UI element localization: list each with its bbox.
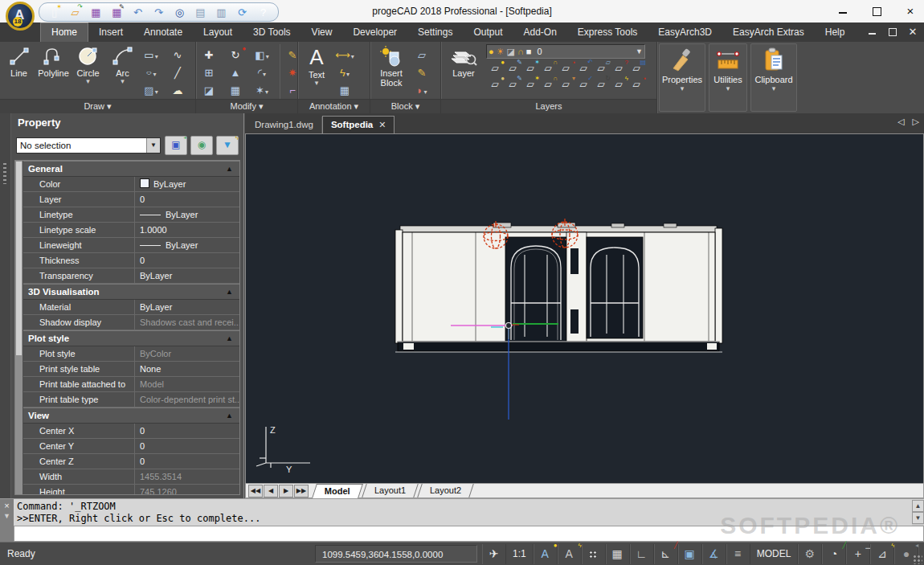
coordinates-display[interactable]: 1099.5459,3604.1558,0.0000 <box>315 545 477 563</box>
draw-tool-icon[interactable]: ☁▾ <box>168 83 187 99</box>
panel-label-block[interactable]: Block ▾ <box>370 99 440 113</box>
ribbon-tab[interactable]: 3D Tools <box>243 23 301 42</box>
status-toggle[interactable]: A ϟ <box>558 544 582 564</box>
property-tool-button[interactable]: ▣ + <box>165 136 187 155</box>
collapse-icon[interactable]: ▲ <box>226 285 233 299</box>
status-toggle[interactable]: ▦ <box>606 544 630 564</box>
modify-tool-icon[interactable]: ◧▾ <box>252 47 272 63</box>
modify-tool-icon[interactable]: ◪▾ <box>199 83 219 99</box>
property-row[interactable]: Thickness 0 <box>23 253 239 268</box>
status-toggle[interactable]: ∟ <box>630 544 654 564</box>
property-row[interactable]: Linetype ByLayer <box>23 207 239 223</box>
modify-tool-icon[interactable]: ✶▾ <box>252 83 272 99</box>
chevron-down-icon[interactable]: ▾ <box>265 88 268 96</box>
mdi-minimize-button[interactable] <box>868 27 877 37</box>
chevron-down-icon[interactable]: ▾ <box>346 71 350 78</box>
tab-model[interactable]: Model <box>312 484 363 498</box>
ribbon-tab[interactable]: Insert <box>88 23 133 42</box>
panel-label-draw[interactable]: Draw ▾ <box>0 99 195 113</box>
layer-button[interactable]: Layer <box>444 44 483 78</box>
layer-state-icon[interactable]: ■ <box>526 45 532 58</box>
modify-tool-icon[interactable]: ✚▾ <box>199 47 219 63</box>
progecad-logo[interactable]: A 18 <box>6 2 35 31</box>
status-toggle[interactable]: ⊿ ϟ <box>870 544 894 564</box>
collapse-icon[interactable]: ▲ <box>226 408 233 423</box>
ribbon-tab[interactable]: View <box>301 23 343 42</box>
status-toggle[interactable]: ✈ <box>482 544 506 564</box>
status-toggle[interactable]: ▣ <box>678 544 702 564</box>
collapse-icon[interactable]: ▲ <box>226 162 233 176</box>
block-tool-icon[interactable]: ◗▾ <box>412 83 431 99</box>
section-header-general[interactable]: General▲ <box>23 161 239 177</box>
property-tool-button[interactable]: ◉ <box>190 136 213 155</box>
ribbon-tab[interactable]: Express Tools <box>567 23 648 42</box>
property-row[interactable]: Transparency ByLayer <box>23 268 239 284</box>
next-sheet-button[interactable]: ▶ <box>279 485 293 497</box>
chevron-down-icon[interactable]: ▾ <box>107 78 138 84</box>
layer-tool-icon[interactable]: ▱ ✓ <box>574 77 592 92</box>
ribbon-tab[interactable]: EasyArch3D <box>648 23 722 42</box>
annotation-tool-icon[interactable]: ϟ▾ <box>335 65 354 81</box>
status-toggle[interactable] <box>582 544 606 564</box>
command-scrollbar[interactable]: ▲ ▼ <box>912 500 924 526</box>
scroll-down-icon[interactable]: ▼ <box>912 512 924 524</box>
property-row[interactable]: Lineweight ByLayer <box>23 238 239 253</box>
status-toggle[interactable]: + ▁ <box>846 544 870 564</box>
ribbon-tab[interactable]: Help <box>815 23 856 42</box>
tab-layout2[interactable]: Layout2 <box>417 484 474 497</box>
section-header-3d-visualisation[interactable]: 3D Visualisation▲ <box>23 284 239 300</box>
property-row[interactable]: Print style table None <box>23 362 239 377</box>
chevron-down-icon[interactable]: ▾ <box>351 53 354 60</box>
line-button[interactable]: Line <box>3 44 35 78</box>
layer-tool-icon[interactable]: ▱ ✎ <box>504 77 521 92</box>
tab-layout1[interactable]: Layout1 <box>362 484 419 497</box>
layer-tool-icon[interactable]: ▱ ✶ <box>521 77 539 92</box>
close-tab-icon[interactable]: ✕ <box>378 117 386 133</box>
close-command-icon[interactable]: × <box>0 499 14 512</box>
ribbon-tab[interactable]: Developer <box>342 23 407 42</box>
property-row[interactable]: Print table attached to Model <box>23 377 239 392</box>
layer-state-icon[interactable]: ◪ <box>507 45 515 58</box>
property-row[interactable]: Layer 0 <box>23 192 239 207</box>
insert-block-button[interactable]: Insert Block <box>374 44 409 88</box>
chevron-down-icon[interactable]: ▾ <box>263 71 266 78</box>
modify-tool-icon[interactable]: ◜▾ <box>252 65 272 81</box>
layer-tool-icon[interactable]: ▱ ▾ <box>557 77 574 92</box>
chevron-down-icon[interactable]: ▾ <box>72 78 104 84</box>
chevron-down-icon[interactable]: ▾ <box>681 84 685 92</box>
status-toggle[interactable]: A ● <box>534 544 558 564</box>
draw-tool-icon[interactable]: ▨▾ <box>141 83 161 99</box>
modify-tool-icon[interactable]: ⊞▾ <box>199 65 219 81</box>
properties-button[interactable]: Properties ▾ <box>659 43 705 112</box>
status-toggle[interactable]: ⚙ <box>798 544 822 564</box>
clipboard-button[interactable]: Clipboard ▾ <box>750 43 797 112</box>
chevron-down-icon[interactable]: ▾ <box>301 80 332 86</box>
ribbon-tab[interactable]: Annotate <box>133 23 193 42</box>
layer-state-icon[interactable]: ● <box>489 45 494 58</box>
tab-drawing1[interactable]: Drawing1.dwg <box>247 117 322 133</box>
layer-tool-icon[interactable]: ▱ ϟ <box>610 77 628 92</box>
panel-label-layers[interactable]: Layers <box>441 99 656 113</box>
chevron-down-icon[interactable]: ▼ <box>636 47 643 55</box>
property-row[interactable]: Plot style ByColor <box>23 346 239 362</box>
property-row[interactable]: Center X 0 <box>23 424 239 439</box>
ribbon-tab[interactable]: EasyArch Extras <box>722 23 815 42</box>
chevron-down-icon[interactable]: ▾ <box>155 53 158 60</box>
tab-softpedia[interactable]: Softpedia ✕ <box>322 116 395 133</box>
mdi-restore-button[interactable] <box>888 27 897 37</box>
chevron-down-icon[interactable]: ▾ <box>423 88 427 96</box>
draw-tool-icon[interactable]: ∿▾ <box>168 47 187 63</box>
layer-state-icon[interactable]: ∩ <box>517 45 524 58</box>
chevron-down-icon[interactable]: ▾ <box>726 84 730 92</box>
model-space-label[interactable]: MODEL <box>750 544 799 564</box>
resize-grip[interactable] <box>913 555 922 564</box>
modify-tool-icon[interactable]: ▲▾ <box>226 65 245 81</box>
layer-combo[interactable]: ●☀◪∩■ 0 ▼ <box>486 44 645 59</box>
arc-button[interactable]: Arc ▾ <box>107 44 138 84</box>
collapse-icon[interactable]: ▲ <box>226 331 233 346</box>
text-button[interactable]: A Text ▾ <box>301 44 332 86</box>
chevron-down-icon[interactable]: ▾ <box>153 71 156 78</box>
property-row[interactable]: Center Y 0 <box>23 439 239 454</box>
layer-tool-icon[interactable]: ▱ ∩ <box>539 77 557 92</box>
property-row[interactable]: Print table type Color-dependent print s… <box>23 392 239 407</box>
